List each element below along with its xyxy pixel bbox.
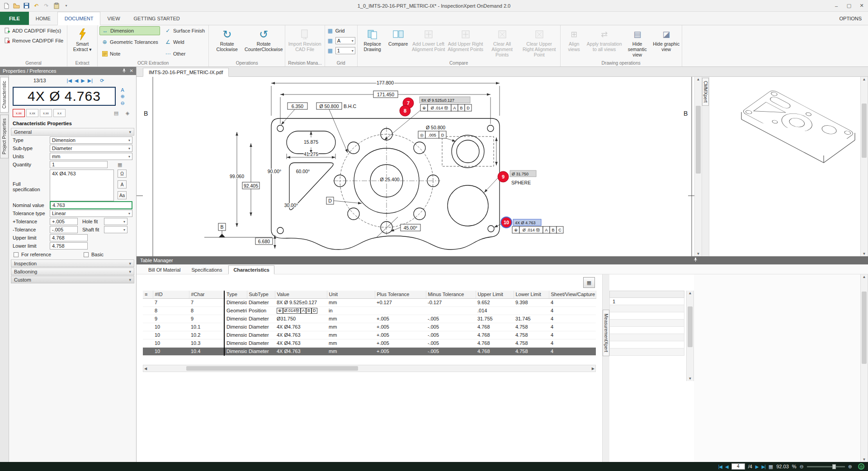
dim-angle-30[interactable]: 30.00° (284, 203, 298, 208)
save-icon[interactable] (23, 2, 30, 9)
quantity-tool-icon[interactable]: ▦ (118, 162, 122, 168)
col-value[interactable]: Value (275, 291, 327, 298)
add-cad-pdf-button[interactable]: ADD CAD/PDF File(s) (2, 26, 63, 35)
add-upper-right-alignment-button[interactable]: Add Upper Right Alignment Points (447, 26, 484, 52)
format-option-button[interactable]: x.xx (26, 109, 38, 117)
page-number-input[interactable]: 4 (731, 463, 745, 470)
table-row[interactable]: 1010.3DimensionDiameter4X Ø4.763mm+.005-… (143, 339, 596, 347)
grid-number-select[interactable]: 1▾ (335, 47, 355, 54)
zoom-in-icon[interactable]: ⊕ (848, 464, 852, 470)
letter-format-button[interactable]: A (118, 180, 127, 188)
sheet-list-row[interactable] (610, 320, 684, 327)
measurementxpert-tab[interactable]: MeasurementXpert (603, 310, 609, 356)
balloon-10-selected[interactable]: 10 4X Ø 4.763 ⊕ Ø .014 Ⓜ A B (494, 217, 563, 233)
sheet-list-row[interactable] (610, 327, 684, 334)
reset-zoom-button[interactable]: ⊕ (858, 463, 864, 470)
basic-checkbox[interactable] (84, 252, 89, 257)
table-row[interactable]: 99DimensionDiameterØ31.750mm+.005-.00531… (143, 315, 596, 323)
graphic-view-3d[interactable] (709, 77, 860, 256)
minus-tolerance-input[interactable]: -.005 (50, 226, 78, 233)
subtype-select[interactable]: Diameter▾ (50, 145, 132, 152)
zoom-out-icon[interactable]: ⊖ (800, 464, 804, 470)
row-menu-icon[interactable]: ≡ (143, 291, 153, 298)
zoom-slider-handle[interactable] (832, 464, 836, 469)
ocr-note-button[interactable]: Note (99, 49, 160, 58)
tab-getting-started[interactable]: GETTING STARTED (127, 12, 187, 25)
plus-tolerance-input[interactable]: +.005 (50, 218, 78, 225)
datum-d-label[interactable]: D (328, 198, 332, 203)
sheet-list-row[interactable]: 1 (610, 298, 684, 305)
drawing-vertical-scrollbar[interactable]: ▲ ▼ (694, 77, 702, 256)
gdt-frame-position-abd[interactable]: ⊕ Ø .014 Ⓜ A B D (420, 104, 472, 111)
close-panel-icon[interactable]: ✕ (130, 68, 133, 74)
paste-icon[interactable] (52, 2, 60, 9)
pin-icon[interactable] (122, 68, 126, 74)
dim-edge-offset[interactable]: 6.350 (292, 104, 303, 109)
type-select[interactable]: Dimension▾ (50, 137, 132, 144)
last-characteristic-button[interactable]: ▶| (88, 78, 93, 84)
rotate-capture-button[interactable]: A (118, 87, 127, 93)
align-views-button[interactable]: ⊞ Align views (562, 26, 586, 52)
drawing-canvas[interactable]: B B (137, 77, 694, 256)
side-panel-scrollbar[interactable]: ▲ ▼ (860, 274, 868, 462)
pattern-label[interactable]: 8X Ø 9.525±0.127 (421, 98, 454, 103)
col-unit[interactable]: Unit (327, 291, 375, 298)
minimize-button[interactable]: – (830, 1, 843, 10)
scroll-down-icon[interactable]: ▼ (863, 252, 866, 256)
add-lower-left-alignment-button[interactable]: Add Lower Left Alignment Point (411, 26, 446, 52)
scroll-down-icon[interactable]: ▼ (863, 457, 866, 462)
pin-icon[interactable] (693, 257, 698, 263)
dim-width-holes[interactable]: 171.450 (377, 92, 394, 97)
side-tab-project-properties[interactable]: Project Properties (0, 114, 9, 158)
rotate-clockwise-button[interactable]: ↻ Rotate Clockwise (211, 26, 243, 52)
upper-limit-input[interactable]: 4.768 (50, 234, 88, 241)
tab-file[interactable]: FILE (0, 12, 29, 25)
sheet-list-row[interactable] (610, 305, 684, 312)
graphic-view-scrollbar[interactable]: ▲ ▼ (860, 77, 868, 256)
remove-cad-pdf-button[interactable]: Remove CAD/PDF File (2, 36, 65, 45)
zoom-slider[interactable] (807, 466, 845, 467)
apply-translation-button[interactable]: ⇄ Apply translation to all views (587, 26, 622, 52)
side-tab-characteristic[interactable]: Characteristic (0, 77, 9, 113)
balloon-9[interactable]: 9 (484, 171, 509, 193)
grid-letter-select[interactable]: A▾ (335, 37, 355, 44)
gdt-frame-position-abc[interactable]: ⊕ Ø .014 Ⓜ A B C (512, 226, 563, 233)
col-lower-limit[interactable]: Lower Limit (514, 291, 549, 298)
table-tools-button[interactable]: ▦ (583, 277, 595, 288)
dim-angle-90[interactable]: 90.00° (268, 169, 281, 174)
close-button[interactable]: ✕ (855, 1, 868, 10)
case-format-button[interactable]: Aa (118, 191, 127, 199)
tolerance-type-select[interactable]: Linear▾ (50, 210, 132, 217)
datum-b-label[interactable]: B (220, 224, 223, 230)
hide-semantic-view-button[interactable]: ▤ Hide semantic view (623, 26, 652, 57)
import-revision-button[interactable]: Import Revision CAD File (287, 26, 322, 52)
rotate-counterclockwise-button[interactable]: ↺ Rotate CounterClockwise (244, 26, 283, 52)
dim-corner-height[interactable]: 6.680 (258, 239, 270, 244)
ocr-surface-finish-button[interactable]: ✓ Surface Finish (163, 26, 207, 35)
compare-button[interactable]: Compare (387, 26, 410, 47)
first-page-button[interactable]: |◀ (718, 464, 722, 469)
col-minus-tolerance[interactable]: Minus Tolerance (426, 291, 476, 298)
previous-page-button[interactable]: ◀ (725, 464, 728, 469)
units-select[interactable]: mm▾ (50, 153, 132, 160)
table-row[interactable]: 1010.1DimensionDiameter4X Ø4.763mm+.005-… (143, 323, 596, 331)
tab-characteristics[interactable]: Characteristics (228, 265, 274, 274)
col-type[interactable]: Type (224, 291, 247, 298)
zoom-in-button[interactable]: ⊕ (118, 94, 127, 99)
dim-height-total[interactable]: 99.060 (230, 174, 244, 179)
sphere-callout[interactable]: Ø 31.750 SPHERE (510, 170, 536, 185)
tab-specifications[interactable]: Specifications (187, 266, 227, 274)
scroll-up-icon[interactable]: ▲ (863, 275, 866, 279)
for-reference-checkbox[interactable] (14, 252, 19, 257)
full-specification-textarea[interactable]: 4X Ø4.763 (50, 170, 114, 201)
hide-graphic-view-button[interactable]: ◪ Hide graphic view (653, 26, 680, 52)
scroll-right-icon[interactable]: ▶ (592, 367, 594, 371)
ocr-geometric-tolerances-button[interactable]: ⊕ Geometric Tolerances (99, 38, 160, 47)
replace-drawing-button[interactable]: Replace Drawing (359, 26, 386, 52)
col-subtype[interactable]: SubType (247, 291, 275, 298)
col-upper-limit[interactable]: Upper Limit (476, 291, 514, 298)
magic-adjust-icon[interactable]: ◈ (123, 109, 132, 117)
dim-center-hole[interactable]: Ø 25.400 (380, 177, 399, 182)
zoom-out-button[interactable]: ⊖ (118, 100, 127, 106)
options-button[interactable]: OPTIONS (833, 12, 868, 25)
